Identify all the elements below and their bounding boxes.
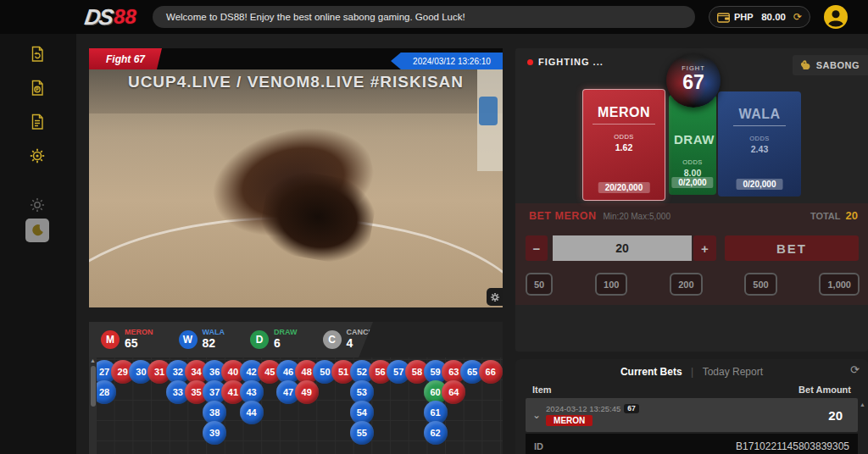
fight-label: Fight 67 [106,53,145,65]
grid-scroll-thumb[interactable] [91,366,96,407]
results-grid: ▲ 27282930313233343536373839404142434445… [89,357,503,454]
result-ball: 49 [295,380,319,404]
video-timestamp: 2024/03/12 13:26:10 [413,57,491,66]
meron-pool: 20/20,000 [598,182,650,193]
bet-total-value: 20 [846,209,858,222]
video-quality-button[interactable] [487,288,503,306]
wala-card[interactable]: WALA ODDS 2.43 0/20,000 [718,91,801,197]
currency-label: PHP [734,12,754,22]
sidebar-item-betting-record[interactable] [25,110,49,134]
meron-odds-label: ODDS [583,133,665,141]
current-bets-panel: Current Bets | Today Report ⟳ Item Bet A… [515,359,868,454]
wala-pool: 0/20,000 [737,179,783,190]
logo-ds-text: DS [83,4,114,30]
tab-today-report[interactable]: Today Report [703,366,763,378]
video-stream[interactable]: UCUP4.LIVE / VENOM8.LIVE #RISKISAN [89,69,503,307]
bet-row-side-badge: MERON [546,415,593,426]
sabong-badge-label: SABONG [816,60,860,70]
decrease-amount-button[interactable]: − [526,235,548,261]
chip-1000[interactable]: 1,000 [819,273,860,296]
bets-refresh-icon[interactable]: ⟳ [850,363,860,376]
bet-row[interactable]: ⌄ 2024-03-12 13:25:45 67 MERON 20 [526,398,858,432]
bet-row-fight-badge: 67 [624,404,638,413]
balance-amount: 80.00 [761,12,786,22]
wala-odds-value: 2.43 [718,144,801,154]
wallet-icon [717,12,730,23]
wala-count-icon: W [179,330,198,349]
left-sidebar [0,34,76,454]
chip-200[interactable]: 200 [670,273,702,296]
video-barrel [479,97,498,125]
tab-current-bets[interactable]: Current Bets [620,366,682,378]
top-bar: DS 88 Welcome to DS88! Enjoy the best on… [0,0,868,34]
result-ball: 44 [240,401,264,424]
sabong-badge: SABONG [793,55,868,75]
live-dot-icon [527,59,533,65]
cancel-count-icon: C [323,330,342,349]
gear-icon [28,147,47,165]
tab-separator: | [691,366,693,378]
sidebar-item-money-report[interactable] [25,76,49,100]
increase-amount-button[interactable]: + [693,235,716,261]
bet-minmax: Min:20 Max:5,000 [604,212,671,221]
result-ball: 62 [424,421,448,445]
sidebar-item-bet-history[interactable] [25,42,49,66]
chip-100[interactable]: 100 [595,273,627,296]
bet-id-row: ID B1710221145803839305 [526,434,858,454]
meron-title: MERON [593,105,655,125]
draw-odds-label: ODDS [669,158,716,166]
legend-wala: W WALA82 [179,329,225,350]
draw-count-icon: D [250,330,269,349]
theme-dark-toggle[interactable] [25,219,49,242]
bet-total: TOTAL20 [810,209,858,222]
app-root: DS 88 Welcome to DS88! Enjoy the best on… [0,0,868,454]
video-timestamp-badge: 2024/03/12 13:26:10 [391,53,503,69]
chevron-down-icon[interactable]: ⌄ [532,409,541,421]
bet-side-label: BET MERON [529,210,597,222]
result-ball: 55 [350,421,374,445]
result-ball: 64 [442,380,465,404]
balance-pill[interactable]: PHP 80.00 ⟳ [709,6,810,28]
meron-card[interactable]: MERON ODDS 1.62 20/20,000 [582,89,665,201]
chip-500[interactable]: 500 [744,273,776,296]
fight-status: FIGHTING ... [527,57,604,67]
ds88-logo[interactable]: DS 88 [85,3,136,30]
welcome-text: Welcome to DS88! Enjoy the best online s… [166,12,465,22]
draw-card[interactable]: DRAW ODDS 8.00 0/2,000 [669,95,716,195]
video-header: Fight 67 2024/03/12 13:26:10 [89,48,503,69]
legend-draw: D DRAW6 [250,329,298,350]
moon-icon [29,222,46,239]
document-money-icon [28,79,47,97]
draw-title: DRAW [669,132,716,150]
balance-refresh-icon[interactable]: ⟳ [793,11,802,23]
bets-scroll-up-icon[interactable]: ▲ [860,401,865,407]
fight-circle-number: 67 [666,72,721,93]
col-bet-amount: Bet Amount [798,385,851,395]
result-ball: 66 [479,360,503,384]
bet-row-time: 2024-03-12 13:25:45 67 [546,404,639,413]
fight-number-badge: FIGHT 67 [666,53,721,108]
wala-title: WALA [733,107,785,126]
chip-50[interactable]: 50 [526,273,553,296]
betting-panel: FIGHTING ... SABONG MERON ODDS 1.62 20/2… [515,48,868,352]
results-summary-bar: M MERON65 W WALA82 D DRAW6 C CANCEL4 [89,322,373,357]
legend-meron: M MERON65 [101,329,153,350]
sidebar-item-settings[interactable] [25,144,49,168]
bet-button[interactable]: BET [725,235,859,261]
theme-light-toggle[interactable] [25,193,49,217]
fight-number-ribbon: Fight 67 [89,48,162,69]
bet-row-amount: 20 [828,408,843,423]
avatar[interactable] [824,5,848,29]
quick-chips-row: 50 100 200 500 1,000 [526,273,860,296]
document-refresh-icon [28,45,47,64]
scroll-up-icon[interactable]: ▲ [90,357,96,363]
meron-count-icon: M [101,330,120,349]
bets-tabs: Current Bets | Today Report ⟳ [515,363,868,379]
live-video-panel: Fight 67 2024/03/12 13:26:10 UCUP4.LIVE … [89,48,503,307]
bet-amount-input[interactable] [553,235,692,261]
grid-scrollbar[interactable]: ▲ [89,357,97,454]
bet-id-value: B1710221145803839305 [736,440,849,452]
welcome-marquee: Welcome to DS88! Enjoy the best online s… [153,6,695,28]
bets-column-headers: Item Bet Amount [532,385,851,395]
bet-id-label: ID [534,441,543,451]
